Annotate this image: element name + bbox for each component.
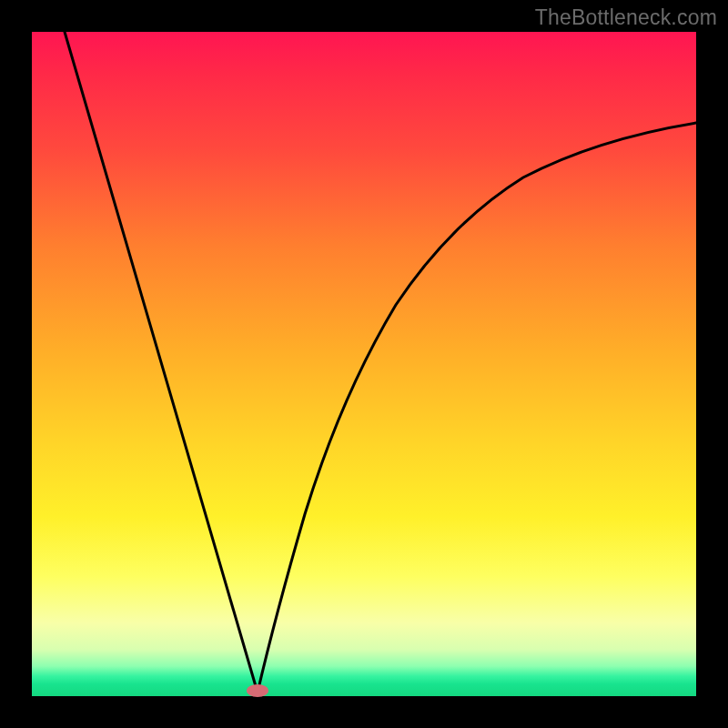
chart-frame: TheBottleneck.com: [0, 0, 728, 728]
bottleneck-curve: [32, 32, 696, 696]
curve-left-branch: [65, 32, 258, 693]
curve-right-branch: [258, 123, 696, 693]
plot-area: [32, 32, 696, 696]
watermark-text: TheBottleneck.com: [535, 5, 717, 30]
valley-marker: [247, 684, 268, 697]
